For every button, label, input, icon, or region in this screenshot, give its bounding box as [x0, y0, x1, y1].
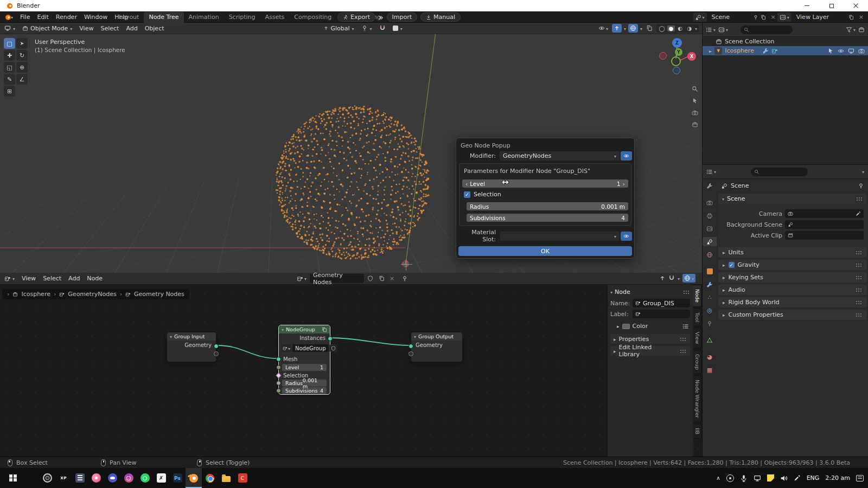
taskbar-chrome[interactable] — [202, 468, 218, 488]
material-slot-dropdown[interactable] — [500, 232, 620, 241]
tool-annotate[interactable] — [4, 74, 15, 85]
active-clip-field[interactable] — [785, 231, 864, 240]
tool-cursor[interactable] — [16, 38, 28, 49]
tool-rotate[interactable] — [16, 50, 28, 61]
keying-sets-panel-collapsed[interactable]: Keying Sets — [718, 272, 867, 282]
shading-solid-icon[interactable] — [667, 25, 675, 31]
properties-panel-collapsed[interactable]: Properties — [610, 334, 690, 344]
collapse-icon[interactable] — [282, 326, 284, 332]
maximize-button[interactable] — [819, 0, 844, 11]
overlays-dropdown[interactable] — [640, 25, 642, 32]
taskbar-file-explorer[interactable] — [218, 468, 234, 488]
outliner-search-input[interactable] — [741, 25, 793, 34]
modifier-visibility-button[interactable] — [621, 151, 632, 160]
viewport-menu-select[interactable]: Select — [100, 25, 119, 32]
tab-render[interactable] — [703, 198, 717, 207]
sidebar-tab-iib[interactable]: IIB — [693, 423, 701, 439]
subdivisions-field[interactable]: Subdivisions4 — [467, 214, 628, 222]
node-level-slider[interactable]: Level1 — [282, 364, 327, 371]
tab-modifiers[interactable] — [703, 280, 717, 289]
show-object-types-dropdown[interactable] — [597, 24, 610, 33]
tray-notification-icon[interactable] — [856, 475, 864, 481]
socket-radius-input[interactable] — [276, 381, 281, 386]
node-group-output[interactable]: Group Output Geometry — [411, 332, 463, 362]
tray-network-icon[interactable] — [754, 474, 761, 482]
nodegroup-datablock-field[interactable]: NodeGroup — [292, 344, 329, 352]
sidebar-tab-node-wrangler[interactable]: Node Wrangler — [693, 375, 701, 422]
node-nodegroup[interactable]: NodeGroup Instances NodeGroup Mesh Level… — [278, 325, 330, 395]
node-subdivisions-slider[interactable]: Subdivisions4 — [282, 387, 327, 394]
disable-viewport-icon[interactable] — [848, 48, 854, 54]
viewport-zoom-icon[interactable] — [692, 86, 698, 92]
disable-render-icon[interactable] — [858, 48, 865, 54]
scene-panel-header[interactable]: Scene — [718, 194, 867, 204]
shading-rendered-icon[interactable] — [686, 25, 693, 31]
scene-name-field[interactable]: Scene — [709, 12, 769, 22]
breadcrumb-modifier[interactable]: GeometryNodes — [68, 291, 116, 298]
taskbar-whatsapp[interactable] — [137, 468, 153, 488]
nodegroup-fake-user-button[interactable] — [330, 344, 337, 352]
material-visibility-button[interactable] — [621, 232, 632, 241]
background-scene-field[interactable] — [785, 220, 864, 229]
new-scene-icon[interactable] — [761, 15, 766, 20]
collapse-icon[interactable] — [170, 333, 172, 339]
taskbar-discord[interactable] — [104, 468, 120, 488]
shading-dropdown[interactable] — [695, 25, 697, 32]
tool-move[interactable] — [4, 50, 15, 61]
node-menu-add[interactable]: Add — [68, 275, 80, 282]
modifier-wrench-icon[interactable] — [762, 48, 769, 54]
level-slider[interactable]: Level 1 — [462, 179, 628, 188]
taskbar-instagram-app[interactable] — [120, 468, 137, 488]
taskbar-photoshop[interactable]: Ps — [169, 468, 186, 488]
shading-material-icon[interactable] — [676, 25, 684, 31]
level-decrease-arrow[interactable] — [465, 181, 468, 187]
socket-subdivisions-input[interactable] — [276, 388, 281, 393]
proportional-editing-toggle[interactable] — [393, 25, 403, 32]
node-tree-name-field[interactable]: Geometry Nodes — [310, 274, 364, 283]
tool-select-box[interactable] — [4, 38, 15, 49]
unlink-scene-icon[interactable] — [771, 14, 776, 21]
tab-material[interactable]: ◕ — [703, 352, 717, 362]
unlink-node-tree-icon[interactable] — [390, 275, 394, 282]
mode-dropdown[interactable]: Object Mode — [22, 25, 72, 32]
socket-virtual[interactable] — [409, 351, 413, 356]
sidebar-tab-tool[interactable]: Tool — [693, 308, 701, 326]
taskbar-camera-app[interactable] — [39, 468, 55, 488]
expand-icon[interactable] — [709, 47, 712, 54]
breadcrumb-object[interactable]: Icosphere — [21, 291, 50, 298]
scene-browse-button[interactable] — [693, 12, 707, 22]
node-name-field[interactable]: Group_DIS — [633, 299, 690, 307]
selection-checkbox[interactable] — [464, 191, 470, 198]
panel-grip[interactable] — [683, 290, 690, 294]
tab-object[interactable] — [703, 267, 717, 276]
new-node-tree-button[interactable] — [376, 274, 387, 283]
import-button[interactable]: Import — [387, 12, 418, 22]
socket-instances-output[interactable] — [328, 336, 333, 341]
tab-output[interactable] — [703, 211, 717, 220]
tool-scale[interactable] — [4, 62, 15, 73]
tray-clock[interactable]: 2:20 am — [825, 474, 850, 481]
remove-view-layer-icon[interactable] — [859, 14, 864, 21]
taskbar-calculator[interactable] — [72, 468, 88, 488]
tray-language[interactable]: ENG — [807, 474, 820, 481]
gizmo-minus-x-axis[interactable] — [659, 52, 667, 60]
overlays-toggle[interactable] — [628, 24, 638, 33]
viewport-camera-view-icon[interactable] — [692, 110, 698, 116]
nodegroup-browse-button[interactable] — [282, 344, 291, 352]
tray-speaker-icon[interactable] — [780, 474, 788, 482]
outliner-row-icosphere[interactable]: Icosphere — [703, 46, 868, 55]
fake-user-button[interactable] — [365, 274, 375, 283]
menu-render[interactable]: Render — [56, 14, 77, 21]
selectable-icon[interactable] — [827, 48, 834, 54]
gizmo-minus-z-axis[interactable] — [673, 67, 680, 74]
workspace-tab-animation[interactable]: Animation — [184, 12, 224, 23]
sidebar-tab-node[interactable]: Node — [693, 285, 701, 307]
socket-geometry-input[interactable] — [409, 344, 413, 349]
socket-virtual[interactable] — [214, 351, 219, 356]
editor-type-selector[interactable] — [4, 25, 15, 32]
workspace-tab-assets[interactable]: Assets — [260, 12, 290, 23]
breadcrumb-tree[interactable]: Geometry Nodes — [134, 291, 184, 298]
properties-search-input[interactable] — [751, 168, 808, 176]
viewport-pan-icon[interactable] — [692, 98, 698, 104]
tool-add-primitive[interactable] — [4, 86, 15, 97]
